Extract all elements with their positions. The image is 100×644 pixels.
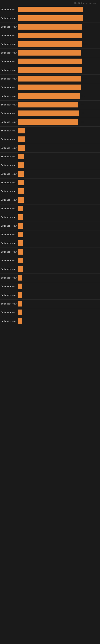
bar-value: 53.1 bbox=[83, 34, 87, 37]
bar-value: 53.3 bbox=[83, 43, 87, 45]
list-item: Bottleneck result53.1 bbox=[0, 57, 100, 66]
list-item: Bottleneck result bbox=[0, 135, 100, 143]
bar-value: 53.5 bbox=[84, 26, 88, 28]
bar-label: Bottleneck result bbox=[0, 190, 18, 192]
bar-fill bbox=[18, 162, 24, 168]
bar-container bbox=[18, 128, 100, 134]
list-item: Bottleneck result bbox=[0, 274, 100, 282]
bar-label: Bottleneck result bbox=[0, 95, 18, 97]
bar-container: 51.4 bbox=[18, 93, 100, 99]
bar-fill bbox=[18, 188, 24, 194]
list-item: Bottleneck result50 bbox=[0, 100, 100, 109]
bar-fill bbox=[18, 258, 23, 263]
bar-container bbox=[18, 266, 100, 272]
bar-fill: 52.6 bbox=[18, 50, 81, 56]
bar-container: 54% bbox=[18, 15, 100, 21]
bar-container bbox=[18, 249, 100, 254]
bar-label: Bottleneck result bbox=[0, 130, 18, 132]
bar-fill: 50 bbox=[18, 119, 78, 125]
bar-label: Bottleneck result bbox=[0, 181, 18, 184]
bar-label: Bottleneck result bbox=[0, 69, 18, 71]
bar-container bbox=[18, 145, 100, 151]
bar-container bbox=[18, 154, 100, 160]
bar-label: Bottleneck result bbox=[0, 17, 18, 19]
list-item: Bottleneck result bbox=[0, 282, 100, 290]
bar-value: 50 bbox=[81, 121, 84, 123]
bar-container bbox=[18, 214, 100, 220]
bar-label: Bottleneck result bbox=[0, 34, 18, 37]
site-header: TheBottlenecker.com bbox=[0, 0, 100, 6]
bar-fill: 53.3 bbox=[18, 41, 82, 47]
bar-label: Bottleneck result bbox=[0, 199, 18, 201]
list-item: Bottleneck result bbox=[0, 178, 100, 186]
bar-fill bbox=[18, 249, 23, 254]
list-item: Bottleneck result bbox=[0, 144, 100, 152]
bar-value: 51.4 bbox=[81, 95, 85, 97]
bar-fill bbox=[18, 284, 22, 289]
list-item: Bottleneck result bbox=[0, 187, 100, 195]
list-item: Bottleneck result53.1 bbox=[0, 32, 100, 40]
bar-container bbox=[18, 240, 100, 246]
bar-container: 54.2 bbox=[18, 7, 100, 12]
bar-label: Bottleneck result bbox=[0, 121, 18, 123]
bar-value: 52.3 bbox=[82, 86, 86, 88]
bar-container: 52.3 bbox=[18, 84, 100, 90]
list-item: Bottleneck result bbox=[0, 230, 100, 238]
list-item: Bottleneck result bbox=[0, 256, 100, 264]
list-item: Bottleneck result bbox=[0, 308, 100, 316]
bar-label: Bottleneck result bbox=[0, 155, 18, 158]
bar-label: Bottleneck result bbox=[0, 302, 18, 305]
bar-container bbox=[18, 301, 100, 306]
list-item: Bottleneck result53.1 bbox=[0, 66, 100, 74]
list-item: Bottleneck result54% bbox=[0, 14, 100, 22]
bar-container bbox=[18, 284, 100, 289]
list-item: Bottleneck result bbox=[0, 239, 100, 247]
bar-container bbox=[18, 223, 100, 228]
bar-fill bbox=[18, 318, 22, 324]
list-item: Bottleneck result bbox=[0, 317, 100, 325]
bar-fill bbox=[18, 275, 22, 280]
bar-container: 52.6 bbox=[18, 50, 100, 56]
bar-container bbox=[18, 162, 100, 168]
list-item: Bottleneck result bbox=[0, 300, 100, 308]
bar-value: 53.1 bbox=[83, 60, 87, 62]
bar-fill: 53.1 bbox=[18, 67, 82, 73]
bar-label: Bottleneck result bbox=[0, 320, 18, 322]
list-item: Bottleneck result bbox=[0, 161, 100, 169]
bar-value: 52.6 bbox=[82, 78, 87, 80]
bar-container bbox=[18, 180, 100, 185]
bar-fill bbox=[18, 154, 24, 160]
list-item: Bottleneck result51 bbox=[0, 109, 100, 117]
bar-label: Bottleneck result bbox=[0, 26, 18, 28]
bar-label: Bottleneck result bbox=[0, 8, 18, 11]
bar-label: Bottleneck result bbox=[0, 43, 18, 45]
site-title: TheBottlenecker.com bbox=[74, 2, 98, 5]
bar-fill: 50 bbox=[18, 102, 78, 108]
bar-container bbox=[18, 275, 100, 280]
bar-fill bbox=[18, 136, 25, 142]
bar-label: Bottleneck result bbox=[0, 233, 18, 236]
bar-container bbox=[18, 206, 100, 211]
bar-container bbox=[18, 318, 100, 324]
bar-label: Bottleneck result bbox=[0, 52, 18, 54]
bar-label: Bottleneck result bbox=[0, 294, 18, 296]
bar-fill: 52.6 bbox=[18, 76, 81, 82]
bar-fill bbox=[18, 180, 24, 185]
bar-container: 53.5 bbox=[18, 24, 100, 30]
bar-fill bbox=[18, 128, 25, 134]
list-item: Bottleneck result53.5 bbox=[0, 23, 100, 31]
list-item: Bottleneck result bbox=[0, 170, 100, 178]
bar-container: 50 bbox=[18, 119, 100, 125]
bar-label: Bottleneck result bbox=[0, 250, 18, 253]
bar-container bbox=[18, 171, 100, 177]
list-item: Bottleneck result51.4 bbox=[0, 92, 100, 100]
bar-container bbox=[18, 197, 100, 203]
bar-fill bbox=[18, 266, 23, 272]
bar-fill bbox=[18, 145, 25, 151]
bar-container: 51 bbox=[18, 110, 100, 116]
bar-fill: 54% bbox=[18, 15, 83, 21]
list-item: Bottleneck result bbox=[0, 248, 100, 256]
bar-fill: 51 bbox=[18, 110, 79, 116]
bar-fill bbox=[18, 223, 23, 228]
bar-value: 54.2 bbox=[84, 8, 89, 11]
